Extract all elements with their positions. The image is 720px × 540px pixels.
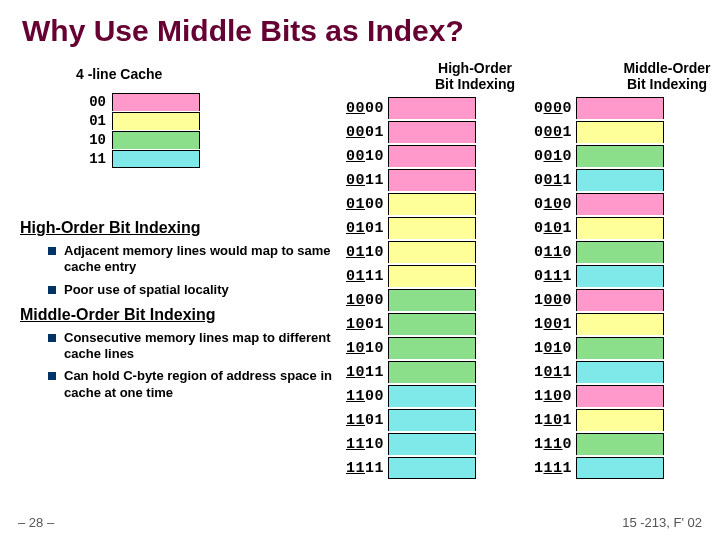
cache-index: 11 bbox=[84, 151, 106, 167]
memory-address: 1111 bbox=[526, 460, 572, 477]
memory-address: 0001 bbox=[338, 124, 384, 141]
cache-index: 10 bbox=[84, 132, 106, 148]
memory-address: 0011 bbox=[338, 172, 384, 189]
cache-title: 4 -line Cache bbox=[76, 66, 162, 82]
memory-line bbox=[576, 361, 664, 383]
cache-line bbox=[112, 93, 200, 111]
memory-address: 1000 bbox=[526, 292, 572, 309]
cache-line bbox=[112, 150, 200, 168]
memory-address: 1100 bbox=[526, 388, 572, 405]
memory-line bbox=[388, 433, 476, 455]
cache-diagram: 00 01 10 11 bbox=[84, 92, 200, 168]
memory-line bbox=[576, 145, 664, 167]
slide-title: Why Use Middle Bits as Index? bbox=[0, 0, 720, 48]
memory-line bbox=[576, 169, 664, 191]
bullet-item: Adjacent memory lines would map to same … bbox=[48, 243, 350, 276]
memory-address: 0011 bbox=[526, 172, 572, 189]
cache-line bbox=[112, 131, 200, 149]
bullet-item: Can hold C-byte region of address space … bbox=[48, 368, 350, 401]
memory-line bbox=[388, 193, 476, 215]
mid-order-memory: 0000000100100011010001010110011110001001… bbox=[526, 96, 664, 480]
mid-column-title: Middle-Order Bit Indexing bbox=[612, 60, 720, 92]
memory-line bbox=[388, 385, 476, 407]
memory-line bbox=[388, 409, 476, 431]
memory-line bbox=[576, 97, 664, 119]
memory-address: 0000 bbox=[526, 100, 572, 117]
memory-line bbox=[576, 265, 664, 287]
memory-line bbox=[388, 457, 476, 479]
high-section-heading: High-Order Bit Indexing bbox=[20, 219, 350, 237]
memory-address: 0001 bbox=[526, 124, 572, 141]
memory-address: 0110 bbox=[526, 244, 572, 261]
memory-address: 1011 bbox=[526, 364, 572, 381]
memory-address: 0100 bbox=[338, 196, 384, 213]
memory-line bbox=[388, 121, 476, 143]
bullet-item: Poor use of spatial locality bbox=[48, 282, 350, 298]
memory-line bbox=[576, 433, 664, 455]
memory-line bbox=[576, 409, 664, 431]
memory-line bbox=[388, 145, 476, 167]
memory-line bbox=[388, 241, 476, 263]
memory-line bbox=[576, 193, 664, 215]
memory-line bbox=[576, 385, 664, 407]
memory-address: 0111 bbox=[526, 268, 572, 285]
cache-index: 01 bbox=[84, 113, 106, 129]
body-text: High-Order Bit Indexing Adjacent memory … bbox=[20, 211, 350, 407]
memory-line bbox=[388, 217, 476, 239]
page-number: – 28 – bbox=[18, 515, 54, 530]
memory-address: 1101 bbox=[338, 412, 384, 429]
memory-address: 0010 bbox=[338, 148, 384, 165]
memory-address: 0000 bbox=[338, 100, 384, 117]
memory-line bbox=[576, 241, 664, 263]
memory-address: 1110 bbox=[526, 436, 572, 453]
memory-line bbox=[388, 265, 476, 287]
memory-address: 0100 bbox=[526, 196, 572, 213]
memory-line bbox=[576, 457, 664, 479]
memory-line bbox=[388, 337, 476, 359]
course-footer: 15 -213, F' 02 bbox=[622, 515, 702, 530]
high-column-title: High-Order Bit Indexing bbox=[423, 60, 527, 92]
cache-line bbox=[112, 112, 200, 130]
memory-line bbox=[576, 313, 664, 335]
memory-address: 1001 bbox=[526, 316, 572, 333]
bullet-item: Consecutive memory lines map to differen… bbox=[48, 330, 350, 363]
high-order-memory: 0000000100100011010001010110011110001001… bbox=[338, 96, 476, 480]
memory-line bbox=[576, 337, 664, 359]
memory-address: 0101 bbox=[526, 220, 572, 237]
memory-line bbox=[576, 217, 664, 239]
mid-section-heading: Middle-Order Bit Indexing bbox=[20, 306, 350, 324]
memory-line bbox=[388, 289, 476, 311]
memory-line bbox=[388, 169, 476, 191]
memory-line bbox=[576, 121, 664, 143]
cache-index: 00 bbox=[84, 94, 106, 110]
memory-line bbox=[388, 361, 476, 383]
memory-line bbox=[576, 289, 664, 311]
memory-address: 0010 bbox=[526, 148, 572, 165]
memory-address: 1111 bbox=[338, 460, 384, 477]
memory-address: 1101 bbox=[526, 412, 572, 429]
memory-address: 1110 bbox=[338, 436, 384, 453]
memory-line bbox=[388, 313, 476, 335]
memory-address: 1010 bbox=[526, 340, 572, 357]
memory-line bbox=[388, 97, 476, 119]
